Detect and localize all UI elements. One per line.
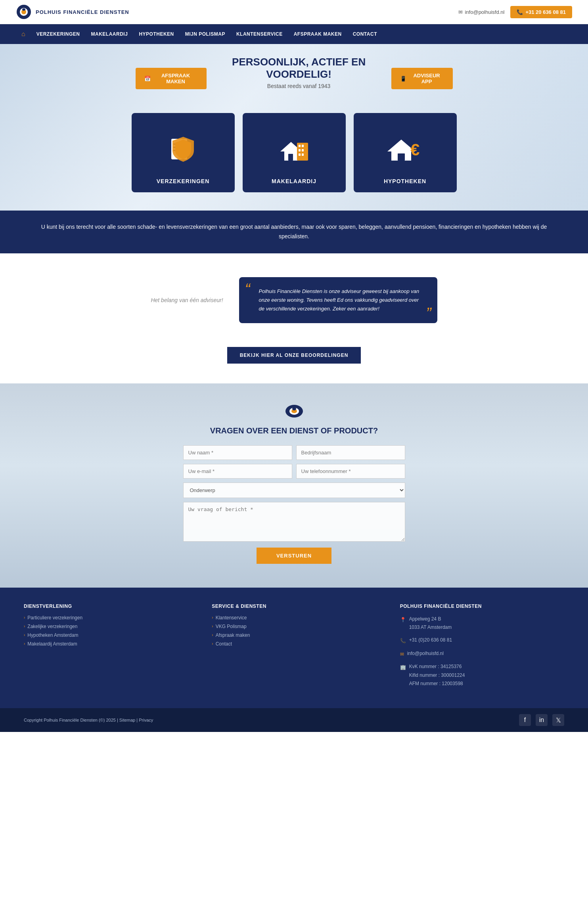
email-icon: ✉ bbox=[400, 650, 404, 659]
form-row-1 bbox=[183, 445, 405, 460]
phone-button[interactable]: 📞 +31 20 636 08 81 bbox=[510, 6, 572, 18]
top-bar: POLHUIS FINANCIËLE DIENSTEN ✉ info@polhu… bbox=[0, 0, 588, 24]
makelaardij-label: MAKELAARDIJ bbox=[272, 178, 316, 184]
top-contact: ✉ info@polhuisfd.nl 📞 +31 20 636 08 81 bbox=[458, 6, 572, 18]
nav-klantenservice[interactable]: KLANTENSERVICE bbox=[231, 25, 288, 43]
footer-link-hypotheken-ams[interactable]: ›Hypotheken Amsterdam bbox=[24, 632, 188, 638]
footer-col2-list: ›Klantenservice ›VKG Polismap ›Afspraak … bbox=[212, 615, 376, 647]
mobile-icon: 📱 bbox=[400, 76, 406, 82]
social-icons: f in 𝕏 bbox=[519, 714, 564, 726]
hypotheken-label: HYPOTHEKEN bbox=[384, 178, 426, 184]
footer-link-makelaardij-ams[interactable]: ›Makelaardij Amsterdam bbox=[24, 641, 188, 647]
footer-link-contact[interactable]: ›Contact bbox=[212, 641, 376, 647]
contact-logo bbox=[284, 403, 304, 420]
hypotheken-icon: € bbox=[387, 125, 423, 172]
form-row-2 bbox=[183, 464, 405, 479]
nav-afspraak[interactable]: AFSPRAAK MAKEN bbox=[288, 25, 347, 43]
testimonial-label: Het belang van één adviseur! bbox=[151, 297, 223, 303]
footer-link-klantenservice[interactable]: ›Klantenservice bbox=[212, 615, 376, 621]
info-band: U kunt bij ons terecht voor alle soorten… bbox=[0, 211, 588, 253]
email-link[interactable]: ✉ info@polhuisfd.nl bbox=[458, 9, 504, 15]
svg-rect-21 bbox=[398, 153, 405, 161]
service-card-verzekeringen[interactable]: VERZEKERINGEN bbox=[132, 113, 235, 192]
phone-icon: 📞 bbox=[400, 637, 406, 646]
testimonial-box: Polhuis Financiële Diensten is onze advi… bbox=[239, 277, 437, 323]
message-textarea[interactable] bbox=[183, 502, 405, 542]
footer-address: 📍 Appelweg 24 B 1033 AT Amsterdam 📞 +31 … bbox=[400, 615, 564, 688]
footer-col3-title: POLHUIS FINANCIËLE DIENSTEN bbox=[400, 603, 564, 609]
chevron-icon: › bbox=[24, 633, 25, 637]
footer-email-item: ✉ info@polhuisfd.nl bbox=[400, 649, 564, 659]
nav-makelaardij[interactable]: MAKELAARDIJ bbox=[86, 25, 134, 43]
building-icon: 🏢 bbox=[400, 663, 406, 672]
hero-buttons: 📅 AFSPRAAK MAKEN PERSOONLIJK, ACTIEF EN … bbox=[136, 56, 453, 101]
contact-section: VRAGEN OVER EEN DIENST OF PRODUCT? Onder… bbox=[0, 383, 588, 588]
footer-phone-item: 📞 +31 (0)20 636 08 81 bbox=[400, 636, 564, 646]
svg-rect-11 bbox=[299, 145, 301, 147]
nav-hypotheken[interactable]: HYPOTHEKEN bbox=[133, 25, 179, 43]
testimonial-quote: Polhuis Financiële Diensten is onze advi… bbox=[259, 287, 425, 313]
reviews-btn-wrap: BEKIJK HIER AL ONZE BEOORDELINGEN bbox=[0, 339, 588, 383]
svg-rect-15 bbox=[299, 153, 301, 156]
contact-form: Onderwerp Verzekeringen Makelaardij Hypo… bbox=[183, 445, 405, 564]
subject-select[interactable]: Onderwerp Verzekeringen Makelaardij Hypo… bbox=[183, 483, 405, 498]
footer-link-zakelijk[interactable]: ›Zakelijke verzekeringen bbox=[24, 624, 188, 629]
chevron-icon: › bbox=[212, 624, 213, 628]
testimonial-section: Het belang van één adviseur! Polhuis Fin… bbox=[0, 253, 588, 339]
service-cards: VERZEKERINGEN bbox=[132, 113, 457, 192]
afspraak-button[interactable]: 📅 AFSPRAAK MAKEN bbox=[136, 68, 207, 89]
footer-main: DIENSTVERLENING ›Particuliere verzekerin… bbox=[0, 588, 588, 708]
linkedin-icon[interactable]: in bbox=[536, 714, 548, 726]
location-icon: 📍 bbox=[400, 616, 406, 624]
chevron-icon: › bbox=[212, 642, 213, 646]
adviseur-button[interactable]: 📱 ADVISEUR APP bbox=[391, 68, 453, 89]
nav-contact[interactable]: CONTACT bbox=[347, 25, 383, 43]
company-input[interactable] bbox=[296, 445, 405, 460]
chevron-icon: › bbox=[24, 642, 25, 646]
footer-kvk-item: 🏢 KvK nummer : 34125376 Kifid nummer : 3… bbox=[400, 663, 564, 688]
chevron-icon: › bbox=[212, 615, 213, 620]
verzekeringen-icon bbox=[165, 125, 201, 172]
main-nav: ⌂ VERZEKERINGEN MAKELAARDIJ HYPOTHEKEN M… bbox=[0, 24, 588, 44]
footer-link-particulier[interactable]: ›Particuliere verzekeringen bbox=[24, 615, 188, 621]
submit-button[interactable]: VERSTUREN bbox=[257, 548, 331, 564]
hero-subtitle: Bestaat reeds vanaf 1943 bbox=[207, 83, 391, 89]
email-input[interactable] bbox=[183, 464, 292, 479]
chevron-icon: › bbox=[212, 633, 213, 637]
facebook-icon[interactable]: f bbox=[519, 714, 531, 726]
footer-col-dienstverlening: DIENSTVERLENING ›Particuliere verzekerin… bbox=[24, 603, 188, 692]
service-card-makelaardij[interactable]: MAKELAARDIJ bbox=[243, 113, 346, 192]
verzekeringen-label: VERZEKERINGEN bbox=[157, 178, 210, 184]
logo: POLHUIS FINANCIËLE DIENSTEN bbox=[16, 4, 129, 20]
svg-rect-12 bbox=[302, 145, 304, 147]
footer-col-address: POLHUIS FINANCIËLE DIENSTEN 📍 Appelweg 2… bbox=[400, 603, 564, 692]
nav-home[interactable]: ⌂ bbox=[16, 24, 31, 44]
chevron-icon: › bbox=[24, 615, 25, 620]
svg-rect-13 bbox=[299, 149, 301, 151]
makelaardij-icon bbox=[276, 125, 312, 172]
footer-col-service: SERVICE & DIENSTEN ›Klantenservice ›VKG … bbox=[212, 603, 376, 692]
svg-point-3 bbox=[22, 8, 25, 11]
nav-verzekeringen[interactable]: VERZEKERINGEN bbox=[31, 25, 86, 43]
footer-link-afspraak[interactable]: ›Afspraak maken bbox=[212, 632, 376, 638]
footer-link-vkg[interactable]: ›VKG Polismap bbox=[212, 624, 376, 629]
email-icon: ✉ bbox=[458, 9, 463, 15]
nav-polismap[interactable]: MIJN POLISMAP bbox=[180, 25, 231, 43]
footer-bottom: Copyright Polhuis Financiële Diensten (©… bbox=[0, 708, 588, 732]
footer-col2-title: SERVICE & DIENSTEN bbox=[212, 603, 376, 609]
calendar-icon: 📅 bbox=[144, 76, 151, 82]
twitter-icon[interactable]: 𝕏 bbox=[552, 714, 564, 726]
hero-section: 📅 AFSPRAAK MAKEN PERSOONLIJK, ACTIEF EN … bbox=[0, 44, 588, 211]
footer-col1-title: DIENSTVERLENING bbox=[24, 603, 188, 609]
name-input[interactable] bbox=[183, 445, 292, 460]
phone-input[interactable] bbox=[296, 464, 405, 479]
svg-text:€: € bbox=[410, 140, 419, 159]
service-card-hypotheken[interactable]: € HYPOTHEKEN bbox=[354, 113, 457, 192]
copyright-text: Copyright Polhuis Financiële Diensten (©… bbox=[24, 718, 153, 722]
hero-title: PERSOONLIJK, ACTIEF EN VOORDELIG! bbox=[207, 56, 391, 80]
svg-rect-14 bbox=[302, 149, 304, 151]
contact-title: VRAGEN OVER EEN DIENST OF PRODUCT? bbox=[210, 426, 378, 435]
reviews-button[interactable]: BEKIJK HIER AL ONZE BEOORDELINGEN bbox=[227, 347, 361, 364]
svg-rect-16 bbox=[302, 153, 304, 156]
footer-col1-list: ›Particuliere verzekeringen ›Zakelijke v… bbox=[24, 615, 188, 647]
